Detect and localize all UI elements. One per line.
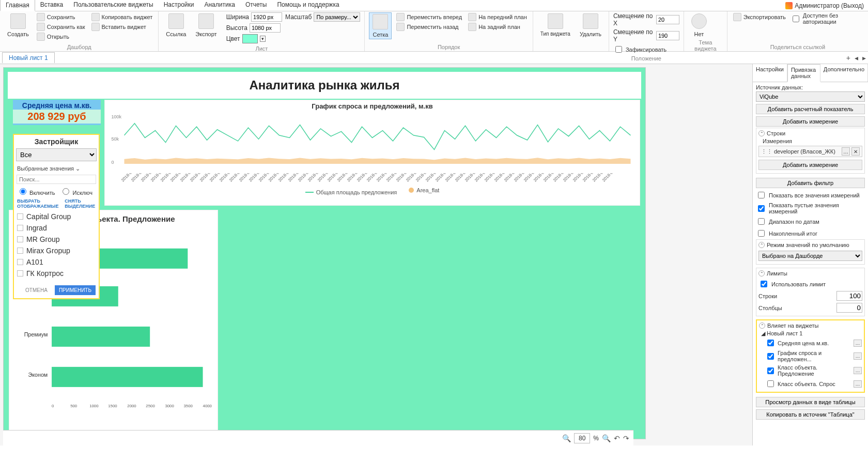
add-dim-button[interactable]: Добавить измерение — [756, 116, 865, 127]
add-dim2-button[interactable]: Добавить измерение — [758, 160, 862, 170]
to-front-button[interactable]: На передний план — [467, 12, 529, 22]
save-button[interactable]: Сохранить — [35, 12, 87, 22]
fix-checkbox[interactable] — [615, 46, 622, 53]
add-filter-button[interactable]: Добавить фильтр — [756, 178, 865, 188]
paste-widget-button[interactable]: Вставить виджет — [90, 22, 154, 32]
filter-apply-button[interactable]: ПРИМЕНИТЬ — [55, 285, 96, 295]
color-dropdown-icon[interactable]: ▾ — [260, 36, 266, 42]
tree-opts-icon[interactable]: … — [854, 352, 862, 360]
undo-icon[interactable]: ↶ — [614, 434, 620, 442]
filter-item-1[interactable]: Ingrad — [17, 222, 96, 234]
theme-none-button[interactable]: Нет — [688, 12, 710, 38]
copy-to-table-button[interactable]: Копировать в источник "Таблица" — [756, 409, 865, 420]
dim-close-icon[interactable]: ✕ — [851, 147, 860, 156]
kpi-widget[interactable]: Средняя цена м.кв. 208 929 руб — [13, 100, 101, 125]
canvas-scroll[interactable]: Аналитика рынка жилья Средняя цена м.кв.… — [0, 64, 752, 445]
menu-custom-widgets[interactable]: Пользовательские виджеты — [68, 0, 158, 11]
dim-options-icon[interactable]: … — [842, 147, 850, 156]
chevron-up-icon[interactable]: ⌃ — [758, 130, 765, 136]
create-button[interactable]: Создать — [4, 12, 32, 38]
filter-search-input[interactable] — [17, 175, 96, 184]
export-button[interactable]: Экспорт — [192, 12, 220, 38]
scale-select[interactable]: По размеру... — [314, 12, 360, 22]
offsety-input[interactable] — [656, 31, 679, 40]
dashboard-canvas[interactable]: Аналитика рынка жилья Средняя цена м.кв.… — [3, 67, 646, 439]
line-chart-widget[interactable]: График спроса и предложений, м.кв 100k 5… — [104, 100, 640, 206]
menu-analytics[interactable]: Аналитика — [199, 0, 240, 11]
show-all-checkbox[interactable] — [758, 192, 765, 198]
menu-help[interactable]: Помощь и поддержка — [272, 0, 344, 11]
sheet-tab-1[interactable]: Новый лист 1 — [2, 52, 55, 63]
grid-button[interactable]: Сетка — [369, 12, 392, 39]
tree-opts-icon[interactable]: … — [854, 380, 862, 388]
exclude-radio[interactable]: Исключ — [60, 187, 92, 196]
limit-rows-input[interactable] — [836, 291, 862, 301]
chevron-up-icon[interactable]: ⌃ — [758, 270, 765, 276]
link-button[interactable]: Ссылка — [163, 12, 189, 38]
filter-item-3[interactable]: Mirax Gropup — [17, 245, 96, 256]
delete-button[interactable]: Удалить — [577, 12, 605, 38]
select-visible-link[interactable]: ВЫБРАТЬ ОТОБРАЖАЕМЫЕ — [17, 198, 59, 209]
tree-item-2[interactable]: Класс объекта. Предложение… — [759, 363, 862, 378]
redo-icon[interactable]: ↷ — [623, 434, 629, 442]
date-range-checkbox[interactable] — [758, 218, 765, 225]
panel-body[interactable]: Источник данных: ViQube Добавить расчетн… — [753, 82, 868, 445]
prev-sheet-icon[interactable]: ◂ — [855, 54, 858, 62]
drag-handle-icon[interactable]: ⋮⋮ — [761, 148, 772, 155]
tree-root[interactable]: ◢ Новый лист 1 — [759, 330, 862, 337]
filter-item-0[interactable]: Capital Group — [17, 211, 96, 222]
preview-table-button[interactable]: Просмотр данных в виде таблицы — [756, 397, 865, 407]
menu-reports[interactable]: Отчеты — [240, 0, 272, 11]
width-label: Ширина — [226, 13, 249, 21]
menu-settings[interactable]: Настройки — [159, 0, 199, 11]
add-calc-button[interactable]: Добавить расчетный показатель — [756, 104, 865, 114]
include-radio[interactable]: Включить — [17, 187, 55, 196]
zoom-out-icon[interactable]: 🔍 — [562, 434, 571, 442]
cumulative-checkbox[interactable] — [758, 230, 765, 237]
menu-insert[interactable]: Вставка — [35, 0, 69, 11]
use-limit-checkbox[interactable] — [761, 281, 767, 287]
topbar-user[interactable]: Администратор (Выход) — [785, 2, 868, 9]
show-empty-checkbox[interactable] — [758, 205, 765, 212]
to-back-button[interactable]: На задний план — [467, 22, 529, 32]
filter-item-4[interactable]: A101 — [17, 256, 96, 268]
move-forward-button[interactable]: Переместить вперед — [395, 12, 463, 22]
filter-cancel-button[interactable]: ОТМЕНА — [21, 285, 52, 295]
filter-item-5[interactable]: ГК Кортрос — [17, 268, 96, 279]
menu-main[interactable]: Главная — [0, 0, 35, 11]
save-as-button[interactable]: Сохранить как — [35, 22, 87, 32]
tree-opts-icon[interactable]: … — [854, 367, 862, 374]
source-select[interactable]: ViQube — [756, 91, 865, 102]
zoom-in-icon[interactable]: 🔍 — [602, 434, 611, 442]
tree-item-0[interactable]: Средняя цена м.кв.… — [759, 337, 862, 349]
mode-select[interactable]: Выбрано на Дашборде — [758, 251, 862, 261]
tab-data-binding[interactable]: Привязка данных — [787, 64, 820, 82]
chevron-up-icon[interactable]: ⌃ — [759, 322, 765, 329]
tree-item-1[interactable]: График спроса и предложен...… — [759, 349, 862, 363]
limit-cols-input[interactable] — [836, 303, 862, 313]
tab-additional[interactable]: Дополнительно — [820, 64, 868, 82]
filter-all-select[interactable]: Все — [16, 148, 97, 161]
next-sheet-icon[interactable]: ▸ — [862, 54, 866, 62]
dimension-pill[interactable]: ⋮⋮ developer (Власов_ЖК) … ✕ — [758, 146, 862, 157]
add-sheet-icon[interactable]: + — [846, 54, 850, 62]
filter-widget[interactable]: Застройщик Все Выбранные значения ⌄ Вклю… — [13, 134, 100, 299]
tree-opts-icon[interactable]: … — [854, 340, 862, 347]
widget-type-button[interactable]: Тип виджета — [537, 12, 574, 38]
offsetx-input[interactable] — [656, 15, 679, 24]
filter-selected-dropdown[interactable]: Выбранные значения ⌄ — [14, 164, 99, 174]
height-input[interactable] — [250, 23, 281, 33]
filter-item-2[interactable]: MR Group — [17, 234, 96, 245]
export2-button[interactable]: Экспортировать — [732, 12, 787, 22]
move-back-button[interactable]: Переместить назад — [395, 22, 463, 32]
clear-selection-link[interactable]: СНЯТЬ ВЫДЕЛЕНИЕ — [65, 198, 96, 209]
zoom-value[interactable]: 80 — [574, 433, 590, 443]
chevron-up-icon[interactable]: ⌃ — [758, 242, 765, 248]
tree-item-3[interactable]: Класс объекта. Спрос… — [759, 378, 862, 390]
width-input[interactable] — [251, 12, 282, 22]
no-auth-checkbox[interactable] — [793, 16, 799, 22]
open-button[interactable]: Открыть — [35, 32, 87, 41]
color-swatch[interactable] — [242, 34, 258, 43]
copy-widget-button[interactable]: Копировать виджет — [90, 12, 154, 22]
tab-settings[interactable]: Настройки — [753, 64, 787, 82]
